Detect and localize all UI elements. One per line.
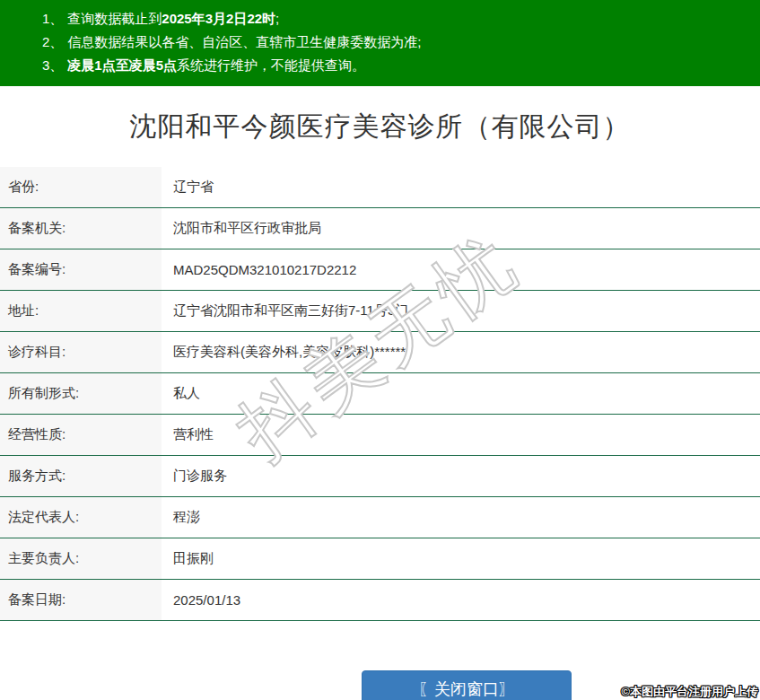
table-row-address: 地址: 辽宁省沈阳市和平区南三好街7-11号3门: [0, 291, 760, 332]
facility-info-table: 省份: 辽宁省 备案机关: 沈阳市和平区行政审批局 备案编号: MAD25QDM…: [0, 167, 760, 621]
row-value: 辽宁省沈阳市和平区南三好街7-11号3门: [173, 291, 755, 331]
notice-text-bold: 凌晨1点至凌晨5点: [67, 57, 177, 73]
table-row-business-nature: 经营性质: 营利性: [0, 415, 760, 456]
row-value: 程澎: [173, 497, 755, 538]
table-row-filing-authority: 备案机关: 沈阳市和平区行政审批局: [0, 208, 760, 249]
table-row-ownership-form: 所有制形式: 私人: [0, 373, 760, 415]
notice-number: 1、: [42, 11, 63, 26]
row-label: 备案编号:: [0, 249, 162, 290]
notice-line-2: 2、信息数据结果以各省、自治区、直辖市卫生健康委数据为准;: [42, 31, 742, 54]
row-label: 所有制形式:: [0, 373, 162, 414]
row-value: 门诊服务: [173, 456, 755, 496]
row-value: MAD25QDM321010217D2212: [173, 249, 755, 290]
table-row-province: 省份: 辽宁省: [0, 167, 760, 208]
table-row-filing-date: 备案日期: 2025/01/13: [0, 580, 760, 621]
notice-line-1: 1、查询数据截止到2025年3月2日22时;: [42, 7, 742, 31]
notice-banner: 1、查询数据截止到2025年3月2日22时; 2、信息数据结果以各省、自治区、直…: [0, 0, 760, 86]
row-value: 营利性: [173, 415, 755, 455]
notice-text: 系统进行维护，不能提供查询。: [177, 57, 365, 73]
row-label: 备案日期:: [0, 580, 162, 620]
row-label: 法定代表人:: [0, 497, 162, 538]
table-row-principal-person: 主要负责人: 田振刚: [0, 538, 760, 580]
page-title: 沈阳和平今颜医疗美容诊所（有限公司）: [130, 109, 631, 145]
row-value: 私人: [173, 373, 755, 414]
row-label: 备案机关:: [0, 208, 162, 249]
table-row-service-mode: 服务方式: 门诊服务: [0, 456, 760, 497]
notice-text-bold: 2025年3月2日22时: [162, 11, 275, 26]
row-label: 主要负责人:: [0, 538, 162, 579]
row-label: 服务方式:: [0, 456, 162, 496]
title-area: 沈阳和平今颜医疗美容诊所（有限公司）: [0, 86, 760, 167]
row-label: 诊疗科目:: [0, 332, 162, 372]
upload-credit-watermark: ©本图由平台注册用户上传: [621, 684, 758, 700]
table-row-treatment-subjects: 诊疗科目: 医疗美容科(美容外科,美容皮肤科)******: [0, 332, 760, 373]
notice-number: 3、: [42, 57, 63, 73]
notice-text: 查询数据截止到: [67, 11, 162, 26]
close-window-button[interactable]: 〖关闭窗口〗: [362, 670, 572, 700]
row-label: 地址:: [0, 291, 162, 331]
row-value: 医疗美容科(美容外科,美容皮肤科)******: [173, 332, 755, 372]
row-value: 沈阳市和平区行政审批局: [173, 208, 755, 249]
notice-text: 信息数据结果以各省、自治区、直辖市卫生健康委数据为准;: [67, 34, 421, 49]
table-row-filing-number: 备案编号: MAD25QDM321010217D2212: [0, 249, 760, 291]
row-value: 田振刚: [173, 538, 755, 579]
row-value: 2025/01/13: [173, 580, 755, 620]
notice-number: 2、: [42, 34, 63, 49]
table-row-legal-representative: 法定代表人: 程澎: [0, 497, 760, 538]
notice-text: ;: [275, 11, 279, 26]
row-value: 辽宁省: [173, 167, 755, 207]
notice-line-3: 3、凌晨1点至凌晨5点系统进行维护，不能提供查询。: [42, 54, 742, 77]
row-label: 省份:: [0, 167, 162, 207]
row-label: 经营性质:: [0, 415, 162, 455]
